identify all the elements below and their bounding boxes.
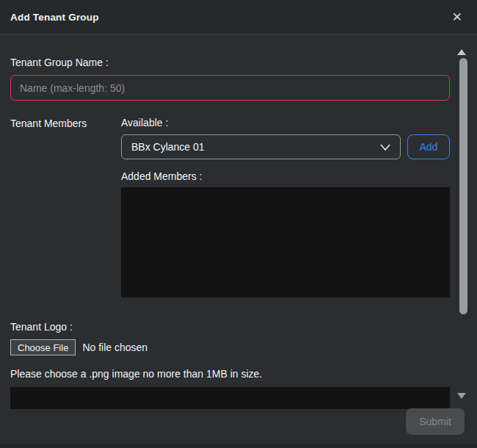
- dialog-title: Add Tenant Group: [10, 12, 99, 23]
- add-tenant-group-dialog: Add Tenant Group ✕ Tenant Group Name : T…: [0, 0, 477, 448]
- dialog-body: Tenant Group Name : Tenant Members Avail…: [0, 35, 477, 409]
- tenant-group-name-input[interactable]: [10, 75, 450, 101]
- tenant-members-controls: Available : BBx Cylance 01 Add Added Mem…: [121, 117, 450, 297]
- available-select-row: BBx Cylance 01 Add: [121, 134, 450, 159]
- scroll-up-icon[interactable]: [457, 49, 466, 55]
- logo-file-input: Choose File No file chosen: [10, 339, 450, 355]
- available-members-select[interactable]: BBx Cylance 01: [121, 134, 401, 159]
- tenant-members-row: Tenant Members Available : BBx Cylance 0…: [10, 117, 450, 297]
- available-label: Available :: [121, 117, 450, 129]
- tenant-logo-section: Tenant Logo : Choose File No file chosen…: [10, 321, 450, 409]
- choose-file-button[interactable]: Choose File: [10, 339, 76, 355]
- dialog-bottom-edge: [0, 444, 477, 448]
- file-chosen-status: No file chosen: [82, 342, 148, 353]
- added-members-label: Added Members :: [121, 170, 450, 182]
- logo-hint-text: Please choose a .png image no more than …: [10, 368, 450, 380]
- selected-member-value: BBx Cylance 01: [131, 141, 205, 153]
- submit-button[interactable]: Submit: [406, 408, 465, 435]
- dialog-header: Add Tenant Group ✕: [0, 0, 477, 35]
- tenant-group-name-label: Tenant Group Name :: [10, 57, 450, 68]
- add-member-button[interactable]: Add: [407, 134, 450, 159]
- close-icon[interactable]: ✕: [449, 10, 465, 25]
- scroll-down-icon[interactable]: [457, 393, 466, 399]
- tenant-members-label: Tenant Members: [10, 117, 121, 297]
- scrollbar-thumb[interactable]: [459, 58, 467, 314]
- chevron-down-icon: [380, 144, 390, 151]
- tenant-logo-label: Tenant Logo :: [10, 321, 450, 333]
- added-members-list[interactable]: [121, 187, 450, 297]
- logo-preview: [10, 387, 450, 409]
